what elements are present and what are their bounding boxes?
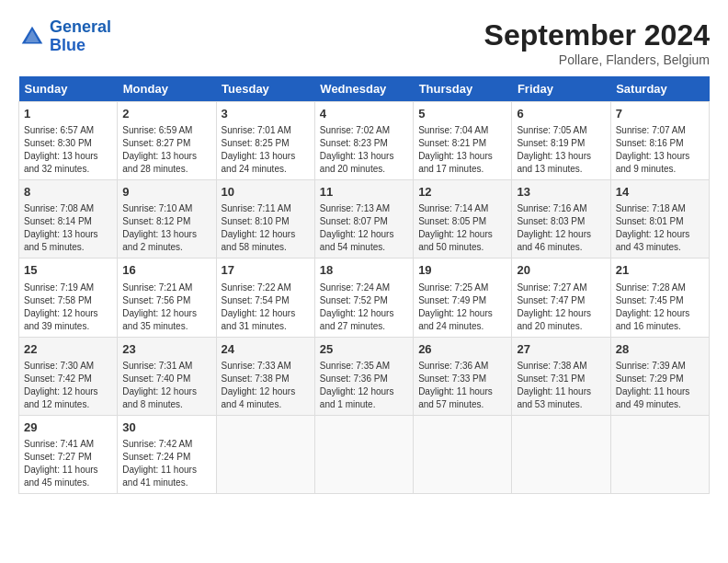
location: Pollare, Flanders, Belgium — [484, 52, 710, 67]
calendar-cell: 3Sunrise: 7:01 AMSunset: 8:25 PMDaylight… — [216, 102, 314, 180]
day-info: Sunrise: 7:16 AMSunset: 8:03 PMDaylight:… — [517, 202, 605, 254]
day-number: 23 — [122, 341, 210, 358]
day-info: Sunrise: 7:18 AMSunset: 8:01 PMDaylight:… — [616, 202, 704, 254]
day-number: 30 — [122, 419, 210, 436]
day-info: Sunrise: 7:38 AMSunset: 7:31 PMDaylight:… — [517, 360, 605, 411]
day-info: Sunrise: 7:07 AMSunset: 8:16 PMDaylight:… — [616, 124, 704, 176]
calendar-week-row: 29Sunrise: 7:41 AMSunset: 7:27 PMDayligh… — [19, 415, 710, 493]
calendar-week-row: 15Sunrise: 7:19 AMSunset: 7:58 PMDayligh… — [19, 259, 710, 337]
day-info: Sunrise: 7:04 AMSunset: 8:21 PMDaylight:… — [418, 124, 506, 176]
calendar-cell: 27Sunrise: 7:38 AMSunset: 7:31 PMDayligh… — [512, 337, 610, 415]
day-number: 22 — [24, 341, 112, 358]
day-info: Sunrise: 7:14 AMSunset: 8:05 PMDaylight:… — [418, 202, 506, 254]
calendar-body: 1Sunrise: 6:57 AMSunset: 8:30 PMDaylight… — [19, 102, 710, 494]
logo-text: General Blue — [50, 18, 111, 55]
day-number: 16 — [122, 262, 210, 279]
calendar-cell: 15Sunrise: 7:19 AMSunset: 7:58 PMDayligh… — [19, 259, 118, 337]
calendar-cell: 6Sunrise: 7:05 AMSunset: 8:19 PMDaylight… — [512, 102, 610, 180]
day-number: 14 — [616, 184, 704, 201]
day-number: 19 — [418, 262, 506, 279]
day-info: Sunrise: 7:21 AMSunset: 7:56 PMDaylight:… — [122, 282, 210, 333]
day-number: 18 — [320, 262, 408, 279]
day-number: 15 — [24, 262, 112, 279]
day-number: 9 — [122, 184, 210, 201]
calendar-week-row: 22Sunrise: 7:30 AMSunset: 7:42 PMDayligh… — [19, 337, 710, 415]
day-info: Sunrise: 6:59 AMSunset: 8:27 PMDaylight:… — [122, 124, 210, 176]
weekday-header-sunday: Sunday — [19, 76, 118, 102]
day-number: 8 — [24, 184, 112, 201]
day-info: Sunrise: 7:01 AMSunset: 8:25 PMDaylight:… — [222, 124, 310, 176]
day-info: Sunrise: 7:22 AMSunset: 7:54 PMDaylight:… — [222, 282, 310, 333]
day-info: Sunrise: 7:31 AMSunset: 7:40 PMDaylight:… — [122, 360, 210, 411]
day-number: 12 — [418, 184, 506, 201]
calendar-cell: 7Sunrise: 7:07 AMSunset: 8:16 PMDaylight… — [610, 102, 709, 180]
logo: General Blue — [18, 18, 111, 55]
calendar-cell: 26Sunrise: 7:36 AMSunset: 7:33 PMDayligh… — [414, 337, 512, 415]
day-number: 29 — [24, 419, 112, 436]
calendar-table: SundayMondayTuesdayWednesdayThursdayFrid… — [18, 76, 710, 494]
day-number: 13 — [517, 184, 605, 201]
weekday-header-wednesday: Wednesday — [314, 76, 413, 102]
day-info: Sunrise: 7:24 AMSunset: 7:52 PMDaylight:… — [320, 282, 408, 333]
day-number: 5 — [418, 106, 506, 122]
weekday-header-thursday: Thursday — [414, 76, 512, 102]
page-header: General Blue September 2024 Pollare, Fla… — [18, 18, 710, 67]
day-number: 10 — [222, 184, 310, 201]
calendar-cell: 21Sunrise: 7:28 AMSunset: 7:45 PMDayligh… — [610, 259, 709, 337]
calendar-cell: 5Sunrise: 7:04 AMSunset: 8:21 PMDaylight… — [414, 102, 512, 180]
day-number: 4 — [320, 106, 408, 122]
day-number: 25 — [320, 341, 408, 358]
weekday-header-friday: Friday — [512, 76, 610, 102]
calendar-cell: 11Sunrise: 7:13 AMSunset: 8:07 PMDayligh… — [314, 180, 413, 259]
calendar-cell: 2Sunrise: 6:59 AMSunset: 8:27 PMDaylight… — [118, 102, 216, 180]
day-info: Sunrise: 7:27 AMSunset: 7:47 PMDaylight:… — [517, 282, 605, 333]
day-info: Sunrise: 7:19 AMSunset: 7:58 PMDaylight:… — [24, 282, 112, 333]
day-number: 17 — [222, 262, 310, 279]
calendar-cell: 4Sunrise: 7:02 AMSunset: 8:23 PMDaylight… — [314, 102, 413, 180]
calendar-cell — [314, 415, 413, 493]
calendar-cell: 13Sunrise: 7:16 AMSunset: 8:03 PMDayligh… — [512, 180, 610, 259]
calendar-cell: 23Sunrise: 7:31 AMSunset: 7:40 PMDayligh… — [118, 337, 216, 415]
day-number: 6 — [517, 106, 605, 122]
calendar-cell: 17Sunrise: 7:22 AMSunset: 7:54 PMDayligh… — [216, 259, 314, 337]
day-number: 2 — [122, 106, 210, 122]
day-number: 7 — [616, 106, 704, 122]
calendar-cell: 1Sunrise: 6:57 AMSunset: 8:30 PMDaylight… — [19, 102, 118, 180]
logo-line1: General — [50, 17, 111, 36]
calendar-cell: 29Sunrise: 7:41 AMSunset: 7:27 PMDayligh… — [19, 415, 118, 493]
weekday-header-saturday: Saturday — [610, 76, 709, 102]
day-info: Sunrise: 7:39 AMSunset: 7:29 PMDaylight:… — [616, 360, 704, 411]
calendar-cell — [414, 415, 512, 493]
day-number: 11 — [320, 184, 408, 201]
calendar-cell: 16Sunrise: 7:21 AMSunset: 7:56 PMDayligh… — [118, 259, 216, 337]
day-info: Sunrise: 7:02 AMSunset: 8:23 PMDaylight:… — [320, 124, 408, 176]
calendar-cell — [610, 415, 709, 493]
calendar-cell: 10Sunrise: 7:11 AMSunset: 8:10 PMDayligh… — [216, 180, 314, 259]
calendar-cell: 8Sunrise: 7:08 AMSunset: 8:14 PMDaylight… — [19, 180, 118, 259]
calendar-cell: 24Sunrise: 7:33 AMSunset: 7:38 PMDayligh… — [216, 337, 314, 415]
day-number: 20 — [517, 262, 605, 279]
month-title: September 2024 — [484, 18, 710, 52]
day-number: 21 — [616, 262, 704, 279]
calendar-cell: 9Sunrise: 7:10 AMSunset: 8:12 PMDaylight… — [118, 180, 216, 259]
day-info: Sunrise: 7:36 AMSunset: 7:33 PMDaylight:… — [418, 360, 506, 411]
calendar-cell: 30Sunrise: 7:42 AMSunset: 7:24 PMDayligh… — [118, 415, 216, 493]
calendar-cell: 19Sunrise: 7:25 AMSunset: 7:49 PMDayligh… — [414, 259, 512, 337]
day-info: Sunrise: 7:25 AMSunset: 7:49 PMDaylight:… — [418, 282, 506, 333]
logo-icon — [18, 23, 46, 51]
calendar-header-row: SundayMondayTuesdayWednesdayThursdayFrid… — [19, 76, 710, 102]
day-info: Sunrise: 7:08 AMSunset: 8:14 PMDaylight:… — [24, 202, 112, 254]
calendar-cell — [512, 415, 610, 493]
day-number: 1 — [24, 106, 112, 122]
calendar-cell: 28Sunrise: 7:39 AMSunset: 7:29 PMDayligh… — [610, 337, 709, 415]
day-info: Sunrise: 7:05 AMSunset: 8:19 PMDaylight:… — [517, 124, 605, 176]
logo-line2: Blue — [50, 36, 85, 54]
day-number: 3 — [222, 106, 310, 122]
day-info: Sunrise: 7:33 AMSunset: 7:38 PMDaylight:… — [222, 360, 310, 411]
calendar-cell: 20Sunrise: 7:27 AMSunset: 7:47 PMDayligh… — [512, 259, 610, 337]
calendar-cell: 25Sunrise: 7:35 AMSunset: 7:36 PMDayligh… — [314, 337, 413, 415]
day-info: Sunrise: 7:41 AMSunset: 7:27 PMDaylight:… — [24, 438, 112, 489]
day-number: 26 — [418, 341, 506, 358]
day-info: Sunrise: 7:11 AMSunset: 8:10 PMDaylight:… — [222, 202, 310, 254]
day-info: Sunrise: 7:30 AMSunset: 7:42 PMDaylight:… — [24, 360, 112, 411]
